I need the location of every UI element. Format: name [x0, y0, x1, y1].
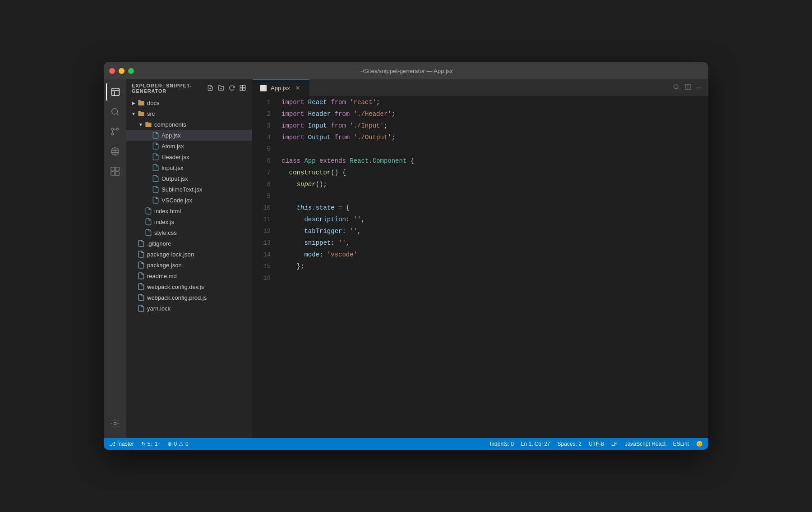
settings-icon[interactable] — [106, 415, 124, 433]
spacer — [144, 164, 152, 171]
tree-item-app-jsx[interactable]: App.jsx — [126, 130, 252, 141]
indents-status[interactable]: Indents: 0 — [490, 441, 514, 447]
debug-icon[interactable] — [106, 142, 124, 160]
tree-item-gitignore[interactable]: .gitignore — [126, 238, 252, 249]
tree-item-label: yarn.lock — [147, 305, 171, 312]
code-line-3: import Input from './Input'; — [281, 120, 708, 132]
folder-icon — [144, 120, 152, 128]
encoding-status[interactable]: UTF-8 — [589, 441, 604, 447]
spacer — [130, 305, 137, 312]
tab-app-jsx[interactable]: ⬜ App.jsx ✕ — [253, 79, 309, 96]
tree-item-docs[interactable]: ▶ docs — [126, 97, 252, 108]
tree-item-index-js[interactable]: index.js — [126, 216, 252, 227]
file-icon — [137, 261, 145, 269]
new-folder-icon[interactable] — [217, 84, 225, 93]
title-bar: ~/Sites/snippet-generator — App.jsx — [104, 62, 708, 79]
tree-item-webpack-dev[interactable]: webpack.config.dev.js — [126, 281, 252, 292]
spacer — [144, 142, 152, 150]
warning-count: 0 — [185, 441, 189, 447]
arrow-icon: ▼ — [130, 110, 137, 117]
sidebar-actions — [206, 84, 247, 93]
code-content[interactable]: import React from 'react'; import Header… — [278, 96, 708, 438]
tree-item-src[interactable]: ▼ src — [126, 108, 252, 119]
svg-point-2 — [111, 133, 114, 135]
tree-item-label: VSCode.jsx — [161, 197, 192, 204]
tree-item-label: style.css — [154, 229, 177, 236]
close-button[interactable] — [109, 68, 115, 74]
tree-item-webpack-prod[interactable]: webpack.config.prod.js — [126, 292, 252, 303]
error-count: 0 — [174, 441, 177, 447]
file-icon — [137, 304, 145, 312]
line-num-7: 7 — [253, 167, 278, 178]
sync-status[interactable]: ↻ 5↓ 1↑ — [141, 441, 161, 447]
extensions-icon[interactable] — [106, 162, 124, 180]
code-editor[interactable]: 1 2 3 4 5 6 7 8 9 10 11 12 13 14 15 16 — [253, 96, 708, 438]
sidebar-header: EXPLORER: SNIPPET-GENERATOR — [126, 79, 252, 97]
tree-item-label: webpack.config.dev.js — [147, 283, 204, 290]
tree-item-index-html[interactable]: index.html — [126, 206, 252, 216]
tree-item-input-jsx[interactable]: Input.jsx — [126, 162, 252, 173]
tab-label: App.jsx — [271, 85, 290, 91]
language-label: JavaScript React — [625, 441, 666, 447]
line-ending-status[interactable]: LF — [611, 441, 618, 447]
refresh-icon[interactable] — [228, 84, 236, 93]
svg-rect-19 — [243, 88, 245, 90]
spaces-status[interactable]: Spaces: 2 — [558, 441, 581, 447]
file-icon — [144, 218, 152, 226]
arrow-icon: ▼ — [137, 121, 144, 128]
tree-item-package-lock-json[interactable]: package-lock.json — [126, 249, 252, 260]
minimize-button[interactable] — [119, 68, 125, 74]
svg-rect-17 — [243, 85, 245, 87]
file-tree: ▶ docs ▼ src ▼ — [126, 97, 252, 438]
tree-item-atom-jsx[interactable]: Atom.jsx — [126, 141, 252, 151]
cursor-position[interactable]: Ln 1, Col 27 — [521, 441, 550, 447]
spacer — [144, 153, 152, 160]
split-editor-icon[interactable] — [683, 82, 692, 93]
window-title: ~/Sites/snippet-generator — App.jsx — [359, 68, 453, 74]
code-line-4: import Output from './Output'; — [281, 132, 708, 143]
maximize-button[interactable] — [128, 68, 134, 74]
search-icon[interactable] — [106, 103, 124, 121]
open-editors-icon[interactable] — [672, 82, 681, 93]
sync-label: 5↓ 1↑ — [148, 441, 161, 447]
status-bar: ⎇ master ↻ 5↓ 1↑ ⊗ 0 ⚠ 0 Indents: 0 Ln 1… — [104, 438, 708, 450]
tree-item-package-json[interactable]: package.json — [126, 260, 252, 270]
line-num-2: 2 — [253, 108, 278, 120]
branch-status[interactable]: ⎇ master — [109, 441, 134, 447]
tab-close-button[interactable]: ✕ — [294, 84, 302, 92]
new-file-icon[interactable] — [206, 84, 214, 93]
smiley-icon: 😊 — [696, 441, 703, 447]
collapse-all-icon[interactable] — [239, 84, 247, 93]
tree-item-vscode-jsx[interactable]: VSCode.jsx — [126, 195, 252, 206]
error-status[interactable]: ⊗ 0 ⚠ 0 — [167, 441, 188, 447]
eslint-status[interactable]: ESLint — [673, 441, 689, 447]
code-line-16 — [281, 272, 708, 284]
tree-item-output-jsx[interactable]: Output.jsx — [126, 173, 252, 184]
tree-item-sublimetext-jsx[interactable]: SublimeText.jsx — [126, 184, 252, 195]
app-window: ~/Sites/snippet-generator — App.jsx — [104, 62, 708, 450]
file-icon — [144, 229, 152, 237]
spacer — [137, 218, 144, 225]
sidebar-title: EXPLORER: SNIPPET-GENERATOR — [132, 83, 206, 94]
source-control-icon[interactable] — [106, 123, 124, 141]
spacer — [144, 132, 152, 139]
branch-icon: ⎇ — [109, 441, 115, 447]
tree-item-style-css[interactable]: style.css — [126, 227, 252, 238]
more-actions-icon[interactable]: ··· — [695, 83, 703, 93]
svg-point-11 — [114, 422, 116, 425]
file-icon — [137, 283, 145, 291]
smiley-status[interactable]: 😊 — [696, 441, 703, 447]
tree-item-components[interactable]: ▼ components — [126, 119, 252, 130]
warning-icon: ⚠ — [179, 441, 184, 447]
language-status[interactable]: JavaScript React — [625, 441, 666, 447]
tree-item-yarn-lock[interactable]: yarn.lock — [126, 303, 252, 314]
tree-item-readme-md[interactable]: readme.md — [126, 270, 252, 281]
spacer — [130, 272, 137, 279]
code-line-13: snippet: '', — [281, 237, 708, 249]
line-num-15: 15 — [253, 261, 278, 272]
line-num-5: 5 — [253, 143, 278, 155]
explorer-icon[interactable] — [106, 83, 124, 101]
main-layout: EXPLORER: SNIPPET-GENERATOR — [104, 79, 708, 438]
tree-item-label: docs — [147, 100, 159, 106]
tree-item-header-jsx[interactable]: Header.jsx — [126, 151, 252, 162]
